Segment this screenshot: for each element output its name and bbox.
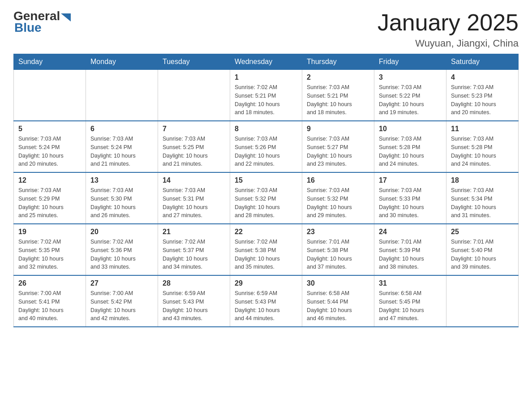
calendar-cell: 20Sunrise: 7:02 AM Sunset: 5:36 PM Dayli… (86, 224, 158, 275)
logo-blue-text: Blue (14, 21, 42, 35)
day-number: 26 (18, 279, 81, 287)
calendar-title: January 2025 (378, 9, 519, 36)
calendar-cell: 12Sunrise: 7:03 AM Sunset: 5:29 PM Dayli… (14, 172, 86, 224)
day-info: Sunrise: 7:03 AM Sunset: 5:27 PM Dayligh… (307, 135, 369, 168)
day-info: Sunrise: 7:03 AM Sunset: 5:22 PM Dayligh… (379, 83, 442, 117)
calendar-week-row: 5Sunrise: 7:03 AM Sunset: 5:24 PM Daylig… (14, 121, 519, 172)
day-info: Sunrise: 7:03 AM Sunset: 5:23 PM Dayligh… (451, 83, 514, 117)
day-info: Sunrise: 7:03 AM Sunset: 5:32 PM Dayligh… (307, 186, 369, 220)
day-number: 7 (163, 125, 225, 133)
calendar-cell (86, 70, 158, 121)
logo: General Blue (13, 9, 71, 35)
calendar-subtitle: Wuyuan, Jiangxi, China (378, 38, 519, 49)
calendar-cell: 24Sunrise: 7:01 AM Sunset: 5:39 PM Dayli… (374, 224, 446, 275)
weekday-header-wednesday: Wednesday (230, 54, 302, 70)
day-number: 5 (18, 125, 81, 133)
day-number: 31 (379, 279, 442, 287)
calendar-week-row: 1Sunrise: 7:02 AM Sunset: 5:21 PM Daylig… (14, 70, 519, 121)
day-number: 16 (307, 176, 369, 184)
calendar-cell (158, 70, 230, 121)
day-info: Sunrise: 7:03 AM Sunset: 5:32 PM Dayligh… (235, 186, 297, 220)
day-info: Sunrise: 7:01 AM Sunset: 5:40 PM Dayligh… (451, 238, 514, 271)
day-number: 3 (379, 73, 442, 81)
day-number: 10 (379, 125, 442, 133)
calendar-cell: 8Sunrise: 7:03 AM Sunset: 5:26 PM Daylig… (230, 121, 302, 172)
weekday-header-thursday: Thursday (302, 54, 374, 70)
calendar-week-row: 19Sunrise: 7:02 AM Sunset: 5:35 PM Dayli… (14, 224, 519, 275)
calendar-cell: 18Sunrise: 7:03 AM Sunset: 5:34 PM Dayli… (446, 172, 519, 224)
day-number: 9 (307, 125, 369, 133)
calendar-cell: 29Sunrise: 6:59 AM Sunset: 5:43 PM Dayli… (230, 275, 302, 327)
calendar-cell: 10Sunrise: 7:03 AM Sunset: 5:28 PM Dayli… (374, 121, 446, 172)
weekday-header-sunday: Sunday (14, 54, 86, 70)
day-info: Sunrise: 7:03 AM Sunset: 5:34 PM Dayligh… (451, 186, 514, 220)
day-number: 4 (451, 73, 514, 81)
calendar-cell: 23Sunrise: 7:01 AM Sunset: 5:38 PM Dayli… (302, 224, 374, 275)
day-info: Sunrise: 6:59 AM Sunset: 5:43 PM Dayligh… (235, 289, 297, 323)
calendar-cell: 22Sunrise: 7:02 AM Sunset: 5:38 PM Dayli… (230, 224, 302, 275)
day-info: Sunrise: 7:03 AM Sunset: 5:24 PM Dayligh… (90, 135, 153, 168)
logo-arrow-icon (61, 13, 71, 21)
day-info: Sunrise: 7:02 AM Sunset: 5:35 PM Dayligh… (18, 238, 81, 271)
day-number: 17 (379, 176, 442, 184)
calendar-week-row: 26Sunrise: 7:00 AM Sunset: 5:41 PM Dayli… (14, 275, 519, 327)
calendar-week-row: 12Sunrise: 7:03 AM Sunset: 5:29 PM Dayli… (14, 172, 519, 224)
calendar-cell: 27Sunrise: 7:00 AM Sunset: 5:42 PM Dayli… (86, 275, 158, 327)
day-info: Sunrise: 7:01 AM Sunset: 5:38 PM Dayligh… (307, 238, 369, 271)
weekday-header-tuesday: Tuesday (158, 54, 230, 70)
day-info: Sunrise: 7:02 AM Sunset: 5:36 PM Dayligh… (90, 238, 153, 271)
calendar-cell: 11Sunrise: 7:03 AM Sunset: 5:28 PM Dayli… (446, 121, 519, 172)
calendar-cell: 5Sunrise: 7:03 AM Sunset: 5:24 PM Daylig… (14, 121, 86, 172)
day-number: 20 (90, 228, 153, 236)
day-info: Sunrise: 7:03 AM Sunset: 5:24 PM Dayligh… (18, 135, 81, 168)
calendar-title-block: January 2025 Wuyuan, Jiangxi, China (378, 9, 519, 49)
calendar-cell (446, 275, 519, 327)
day-info: Sunrise: 6:58 AM Sunset: 5:44 PM Dayligh… (307, 289, 369, 323)
day-info: Sunrise: 7:03 AM Sunset: 5:33 PM Dayligh… (379, 186, 442, 220)
day-info: Sunrise: 7:00 AM Sunset: 5:41 PM Dayligh… (18, 289, 81, 323)
day-info: Sunrise: 6:59 AM Sunset: 5:43 PM Dayligh… (163, 289, 225, 323)
calendar-cell: 25Sunrise: 7:01 AM Sunset: 5:40 PM Dayli… (446, 224, 519, 275)
calendar-cell (14, 70, 86, 121)
calendar-cell: 15Sunrise: 7:03 AM Sunset: 5:32 PM Dayli… (230, 172, 302, 224)
day-info: Sunrise: 7:03 AM Sunset: 5:26 PM Dayligh… (235, 135, 297, 168)
weekday-header-row: SundayMondayTuesdayWednesdayThursdayFrid… (14, 54, 519, 70)
calendar-cell: 7Sunrise: 7:03 AM Sunset: 5:25 PM Daylig… (158, 121, 230, 172)
day-info: Sunrise: 7:02 AM Sunset: 5:21 PM Dayligh… (235, 83, 297, 117)
weekday-header-saturday: Saturday (446, 54, 519, 70)
day-number: 29 (235, 279, 297, 287)
calendar-cell: 9Sunrise: 7:03 AM Sunset: 5:27 PM Daylig… (302, 121, 374, 172)
day-info: Sunrise: 7:03 AM Sunset: 5:25 PM Dayligh… (163, 135, 225, 168)
calendar-cell: 2Sunrise: 7:03 AM Sunset: 5:21 PM Daylig… (302, 70, 374, 121)
day-info: Sunrise: 7:01 AM Sunset: 5:39 PM Dayligh… (379, 238, 442, 271)
day-number: 1 (235, 73, 297, 81)
calendar-table: SundayMondayTuesdayWednesdayThursdayFrid… (13, 54, 519, 327)
day-number: 27 (90, 279, 153, 287)
day-info: Sunrise: 7:03 AM Sunset: 5:31 PM Dayligh… (163, 186, 225, 220)
day-info: Sunrise: 7:03 AM Sunset: 5:28 PM Dayligh… (379, 135, 442, 168)
weekday-header-monday: Monday (86, 54, 158, 70)
day-number: 8 (235, 125, 297, 133)
calendar-cell: 1Sunrise: 7:02 AM Sunset: 5:21 PM Daylig… (230, 70, 302, 121)
day-number: 13 (90, 176, 153, 184)
calendar-cell: 31Sunrise: 6:58 AM Sunset: 5:45 PM Dayli… (374, 275, 446, 327)
day-number: 21 (163, 228, 225, 236)
calendar-cell: 14Sunrise: 7:03 AM Sunset: 5:31 PM Dayli… (158, 172, 230, 224)
weekday-header-friday: Friday (374, 54, 446, 70)
calendar-cell: 19Sunrise: 7:02 AM Sunset: 5:35 PM Dayli… (14, 224, 86, 275)
day-number: 22 (235, 228, 297, 236)
day-info: Sunrise: 7:02 AM Sunset: 5:38 PM Dayligh… (235, 238, 297, 271)
day-number: 24 (379, 228, 442, 236)
page-header: General Blue January 2025 Wuyuan, Jiangx… (13, 9, 519, 49)
day-number: 28 (163, 279, 225, 287)
day-info: Sunrise: 7:03 AM Sunset: 5:29 PM Dayligh… (18, 186, 81, 220)
svg-marker-0 (61, 13, 71, 21)
calendar-cell: 3Sunrise: 7:03 AM Sunset: 5:22 PM Daylig… (374, 70, 446, 121)
calendar-cell: 13Sunrise: 7:03 AM Sunset: 5:30 PM Dayli… (86, 172, 158, 224)
calendar-cell: 17Sunrise: 7:03 AM Sunset: 5:33 PM Dayli… (374, 172, 446, 224)
day-info: Sunrise: 7:03 AM Sunset: 5:21 PM Dayligh… (307, 83, 369, 117)
day-number: 6 (90, 125, 153, 133)
calendar-cell: 16Sunrise: 7:03 AM Sunset: 5:32 PM Dayli… (302, 172, 374, 224)
calendar-cell: 30Sunrise: 6:58 AM Sunset: 5:44 PM Dayli… (302, 275, 374, 327)
calendar-cell: 28Sunrise: 6:59 AM Sunset: 5:43 PM Dayli… (158, 275, 230, 327)
